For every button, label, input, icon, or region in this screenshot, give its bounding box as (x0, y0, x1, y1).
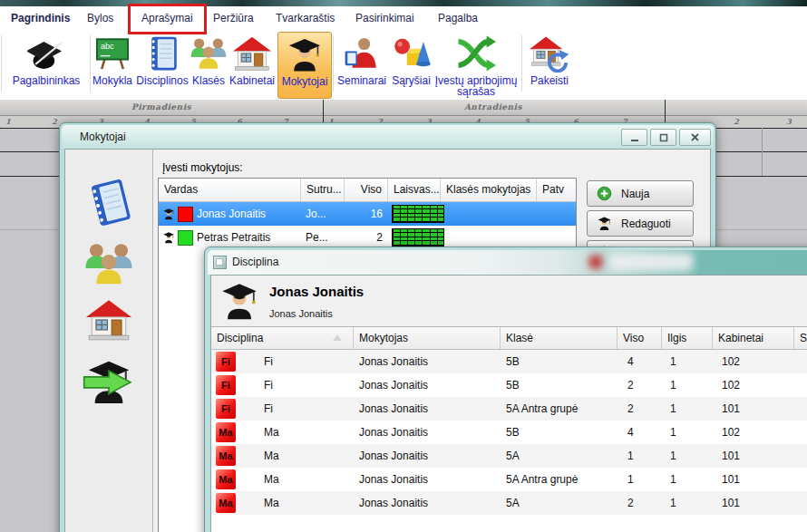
toolbar-button-disciplinos[interactable]: Disciplinos (135, 32, 190, 97)
menu-item-pasirinkimai[interactable]: Pasirinkimai (355, 6, 414, 30)
subject-badge: Ma (216, 422, 236, 442)
maximize-button[interactable] (650, 129, 676, 146)
toolbar-button-ivestu-apribojimu-sarasas[interactable]: Įvestų apribojimų sąrašas (434, 32, 518, 97)
column-header-mokytojas[interactable]: Mokytojas (354, 327, 501, 349)
window-controls (621, 129, 711, 146)
window-title: Mokytojai (80, 131, 126, 143)
subjects-table-header: Disciplina Mokytojas Klasė Viso Ilgis Ka… (211, 327, 807, 350)
subjects-table: Disciplina Mokytojas Klasė Viso Ilgis Ka… (211, 326, 807, 532)
subject-badge: Fi (216, 352, 236, 372)
teacher-name-heading: Jonas Jonaitis (269, 284, 364, 299)
menu-bar: Pagrindinis Bylos Aprašymai Peržiūra Tva… (0, 6, 807, 30)
window-icon (213, 256, 227, 269)
column-header-sutrumpinimas[interactable]: Sutru... (301, 179, 345, 201)
sort-ascending-icon (333, 334, 342, 341)
subject-badge: Ma (216, 469, 236, 489)
person-book-icon (343, 32, 381, 75)
toolbar-button-mokytojai[interactable]: Mokytojai (277, 32, 332, 99)
column-header-disciplina[interactable]: Disciplina (211, 327, 354, 349)
glass-blur-artifact (588, 255, 603, 269)
close-icon (690, 132, 700, 142)
chalkboard-icon (93, 32, 131, 75)
column-header-klase[interactable]: Klasė (501, 327, 617, 349)
mortarboard-pointer-icon (27, 32, 65, 75)
teacher-name-subtitle: Jonas Jonaitis (269, 308, 333, 319)
toolbar-separator (333, 35, 334, 92)
house-icon[interactable] (86, 297, 131, 343)
subject-window-body: Jonas Jonaitis Jonas Jonaitis Disciplina… (210, 275, 807, 532)
column-header-vardas[interactable]: Vardas (159, 179, 301, 201)
toolbar-button-pagalbininkas[interactable]: Pagalbininkas (5, 32, 88, 97)
subject-row[interactable]: Fi FiJonas Jonaitis5B21102 (211, 373, 807, 397)
close-button[interactable] (679, 129, 711, 146)
teachers-list-label: Įvesti mokytojus: (162, 161, 243, 174)
subject-window-titlebar[interactable]: Disciplina (208, 250, 807, 275)
graduate-icon (597, 216, 612, 231)
availability-grid (392, 228, 444, 247)
notebook-icon[interactable] (80, 174, 137, 231)
availability-grid (392, 205, 444, 223)
teachers-list-header: Vardas Sutru... Viso Laisvas... Klasės m… (159, 179, 576, 202)
shapes-icon (392, 32, 432, 75)
window-title: Disciplina (232, 256, 278, 268)
subject-badge: Ma (216, 493, 236, 513)
subject-row[interactable]: Ma MaJonas Jonaitis5B41102 (211, 421, 807, 444)
toolbar-button-sarysiai[interactable]: Sąryšiai (390, 32, 433, 97)
subject-row[interactable]: Ma MaJonas Jonaitis5A11101 (211, 444, 807, 468)
column-header-klases-mokytojas[interactable]: Klasės mokytojas (441, 179, 537, 201)
column-header-laisvas[interactable]: Laisvas... (388, 179, 441, 201)
maximize-icon (659, 133, 668, 142)
menu-item-bylos[interactable]: Bylos (87, 6, 113, 30)
day-header-band: Pirmadienis Antradienis (0, 100, 807, 116)
teachers-sidebar (65, 150, 153, 532)
menu-item-pagrindinis[interactable]: Pagrindinis (11, 6, 70, 30)
edit-button[interactable]: Redaguoti (587, 210, 694, 237)
teachers-window-titlebar[interactable]: Mokytojai (62, 125, 714, 149)
teacher-color-marker (178, 207, 193, 222)
graduate-icon (162, 208, 175, 220)
teacher-avatar-graduate-icon (219, 280, 260, 322)
minimize-button[interactable] (621, 129, 647, 146)
column-header-viso[interactable]: Viso (345, 179, 388, 201)
graduate-icon (162, 231, 175, 244)
crossing-arrows-icon (456, 32, 496, 75)
toolbar: Pagalbininkas Mokykla Disciplinos Klasės… (0, 30, 807, 101)
subject-row[interactable]: Ma MaJonas Jonaitis5A Antra grupė11101 (211, 468, 807, 491)
subject-row[interactable]: Fi FiJonas Jonaitis5B41102 (211, 350, 807, 373)
subject-badge: Ma (216, 446, 236, 466)
toolbar-button-pakeisti[interactable]: Pakeisti (525, 32, 574, 97)
blue-book-icon (143, 32, 181, 75)
teacher-row-jonas-jonaitis[interactable]: Jonas Jonaitis Jo... 16 (159, 202, 576, 226)
menu-item-tvarkarastis[interactable]: Tvarkaraštis (276, 6, 335, 30)
toolbar-button-klases[interactable]: Klasės (191, 32, 226, 97)
toolbar-separator (521, 35, 522, 92)
graduate-icon (286, 33, 324, 76)
toolbar-button-mokykla[interactable]: Mokykla (92, 32, 133, 97)
teacher-color-marker (178, 230, 193, 246)
people-group-icon[interactable] (83, 238, 135, 289)
column-header-patvirtinta[interactable]: Patv (537, 179, 576, 201)
day-header-tuesday: Antradienis (425, 102, 561, 111)
toolbar-button-kabinetai[interactable]: Kabinetai (228, 32, 277, 97)
subject-badge: Fi (216, 399, 236, 419)
new-button[interactable]: Nauja (587, 180, 694, 207)
menu-item-pagalba[interactable]: Pagalba (438, 6, 478, 30)
subject-row[interactable]: Ma MaJonas Jonaitis5A21101 (211, 491, 807, 515)
app-titlebar-strip (0, 0, 807, 6)
toolbar-separator (90, 35, 91, 92)
column-header-kabinetai[interactable]: Kabinetai (713, 327, 794, 349)
house-icon (233, 32, 271, 75)
house-refresh-icon (530, 32, 569, 75)
column-header-sa[interactable]: Sa (794, 327, 807, 349)
column-header-viso[interactable]: Viso (617, 327, 662, 349)
subject-row[interactable]: Fi FiJonas Jonaitis5A Antra grupė21101 (211, 397, 807, 421)
menu-item-perziura[interactable]: Peržiūra (213, 6, 254, 30)
graduate-arrow-icon[interactable] (83, 356, 135, 407)
toolbar-button-seminarai[interactable]: Seminarai (335, 32, 388, 97)
glass-blur-artifact (609, 253, 693, 271)
column-header-ilgis[interactable]: Ilgis (662, 327, 713, 349)
subjects-table-rows: Fi FiJonas Jonaitis5B41102 Fi FiJonas Jo… (211, 350, 807, 515)
subject-window: Disciplina Jonas Jonaitis Jonas Jonaitis… (204, 247, 807, 532)
minimize-icon (630, 133, 639, 142)
toolbar-separator (1, 35, 2, 92)
